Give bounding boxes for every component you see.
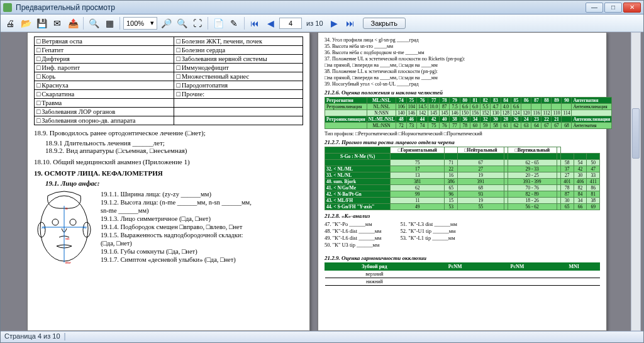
thumbs-icon[interactable]: ▦: [103, 16, 116, 30]
disease-cell: Инф. паротит: [35, 64, 174, 72]
item-19-1-2a: 19.1.2. Высота лица: (n-me ______мм, n-s…: [101, 199, 303, 206]
zoom-select[interactable]: 100%▾: [123, 17, 157, 30]
k-analysis: 47. "К"-Po ______мм48. "К"-L6 dist _____…: [325, 220, 600, 249]
face-measurements: 19.1.1. Ширина лица: (zy-zy ______мм) 19…: [101, 191, 303, 266]
statusbar: Страница 4 из 10: [1, 331, 643, 342]
heading-21-2-7: 21.2.7. Прогноз типа роста лицевого отде…: [325, 139, 600, 145]
vertical-scrollbar[interactable]: [631, 32, 641, 331]
disease-cell: Гепатит: [35, 46, 174, 55]
disease-cell: Корь: [35, 72, 174, 81]
heading-21-2-8: 21.2.8. «К»-анализ: [325, 213, 600, 219]
jaw-table: РетрогнатияML:NSL74757677787980818283848…: [325, 97, 612, 129]
item-19-1-4: 19.1.4. Подбородок смещен □вправо, □влев…: [101, 223, 303, 230]
section-19-1: 19.1. Лицо анфас:: [45, 179, 303, 187]
export-icon[interactable]: 📤: [66, 16, 80, 30]
occlusion-table: Зубной рядPсNMPсNMMNI верхний нижний: [325, 262, 600, 286]
section-18-9: 18.9. Проводилось ранее ортодонтическое …: [34, 129, 303, 137]
item-19-1-6: 19.1.6. Губы сомкнуты (□да, □нет): [101, 248, 303, 255]
edit-icon[interactable]: ✎: [227, 16, 241, 30]
face-diagram: zyzy n sn me: [34, 191, 94, 266]
window-title: Предварительный просмотр: [16, 3, 586, 12]
zoom-out-icon[interactable]: 🔎: [159, 16, 173, 30]
minimize-button[interactable]: —: [586, 3, 603, 13]
section-18-9-1: 18.9.1 Длительность лечения ______лет;: [45, 139, 303, 147]
close-preview-button[interactable]: Закрыть: [363, 18, 406, 29]
app-icon: [3, 3, 12, 12]
item-19-1-7: 19.1.7. Симптом «десневой улыбки» (□да, …: [101, 256, 303, 263]
profile-type-row: Тип профиля: □Ретрогнатический □Нормогна…: [325, 131, 600, 137]
titlebar: Предварительный просмотр — □ ✕: [1, 1, 643, 14]
chevron-down-icon: ▾: [150, 19, 154, 27]
section-18-10: 18.10. Общий медицинский анамнез (Прилож…: [34, 158, 303, 166]
section-18-9-2: 18.9.2. Вид аппаратуры (□съемная, □несъе…: [45, 147, 303, 154]
mail-icon[interactable]: ✉: [50, 16, 64, 30]
toolbar: 🖨 📂 💾 ✉ 📤 🔍 ▦ 100%▾ 🔎 🔍 ⛶ 📄 ✎ ⏮ ◀ из 10 …: [1, 14, 643, 32]
svg-text:sn: sn: [65, 236, 70, 241]
item-19-1-2b: sn-me ______мм): [101, 207, 303, 214]
profile-measure-lines: 34. Угол профиля лица < gl-sn-pg _____гр…: [325, 37, 600, 87]
disease-cell: Скарлатина: [35, 90, 174, 99]
disease-cell: Дифтерия: [35, 55, 174, 64]
viewport: Ветряная оспаБолезни ЖКТ, печени, почекГ…: [1, 32, 643, 331]
disease-cell: [174, 116, 303, 125]
disease-cell: Заболевания ЛОР органов: [35, 108, 174, 116]
heading-21-2-6: 21.2.6. Оценка положения и наклона челюс…: [325, 89, 600, 96]
first-page-icon[interactable]: ⏮: [248, 16, 262, 30]
scrollbar-thumb[interactable]: [632, 108, 640, 159]
disease-cell: [174, 99, 303, 108]
svg-text:zy: zy: [42, 225, 46, 230]
page-number-input[interactable]: [279, 18, 302, 29]
growth-table: □Горизонтальный□Нейтральный□Вертикальный…: [325, 147, 600, 210]
status-page-label: Страница 4 из 10: [4, 332, 60, 340]
find-icon[interactable]: 🔍: [87, 16, 101, 30]
page-setup-icon[interactable]: 📄: [211, 16, 225, 30]
svg-text:zy: zy: [83, 225, 87, 230]
item-19-1-1: 19.1.1. Ширина лица: (zy-zy ______мм): [101, 191, 303, 198]
disease-cell: Заболевания нервной системы: [174, 55, 303, 64]
fullscreen-icon[interactable]: ⛶: [191, 16, 204, 30]
disease-cell: Пародонтопатия: [174, 81, 303, 90]
section-19-heading: 19. ОСМОТР ЛИЦА. КЕФАЛОМЕТРИЯ: [34, 169, 303, 177]
svg-text:me: me: [65, 260, 71, 265]
heading-21-2-9: 21.2.9. Оценка гармоничности окклюзии: [325, 255, 600, 261]
app-window: Предварительный просмотр — □ ✕ 🖨 📂 💾 ✉ 📤…: [0, 0, 644, 343]
disease-cell: [174, 108, 303, 116]
svg-text:n: n: [65, 206, 68, 211]
save-icon[interactable]: 💾: [35, 16, 48, 30]
disease-cell: Прочие:: [174, 90, 303, 99]
last-page-icon[interactable]: ⏭: [343, 16, 357, 30]
open-icon[interactable]: 📂: [19, 16, 33, 30]
item-19-1-5: 19.1.5. Выраженность надподбородочной ск…: [101, 232, 303, 239]
svg-point-4: [70, 219, 76, 225]
item-19-1-3: 19.1.3. Лицо симметричное (□да, □нет): [101, 215, 303, 222]
print-icon[interactable]: 🖨: [3, 16, 17, 30]
disease-cell: Заболевания опорно-дв. аппарата: [35, 116, 174, 125]
maximize-button[interactable]: □: [604, 3, 622, 13]
diseases-table: Ветряная оспаБолезни ЖКТ, печени, почекГ…: [34, 37, 303, 125]
disease-cell: Травма: [35, 99, 174, 108]
prev-page-icon[interactable]: ◀: [264, 16, 277, 30]
page-4-left: Ветряная оспаБолезни ЖКТ, печени, почекГ…: [27, 32, 310, 331]
disease-cell: Болезни сердца: [174, 46, 303, 55]
next-page-icon[interactable]: ▶: [328, 16, 341, 30]
svg-point-3: [52, 219, 58, 225]
disease-cell: Ветряная оспа: [35, 37, 174, 46]
disease-cell: Краснуха: [35, 81, 174, 90]
disease-cell: Множественный кариес: [174, 72, 303, 81]
zoom-in-icon[interactable]: 🔍: [175, 16, 189, 30]
page-sep-label: из 10: [306, 20, 323, 27]
disease-cell: Болезни ЖКТ, печени, почек: [174, 37, 303, 46]
item-19-1-5b: (□да, □нет): [101, 240, 303, 247]
window-close-button[interactable]: ✕: [623, 3, 641, 13]
disease-cell: Иммунодефицит: [174, 64, 303, 72]
page-4-right: 34. Угол профиля лица < gl-sn-pg _____гр…: [318, 32, 607, 331]
